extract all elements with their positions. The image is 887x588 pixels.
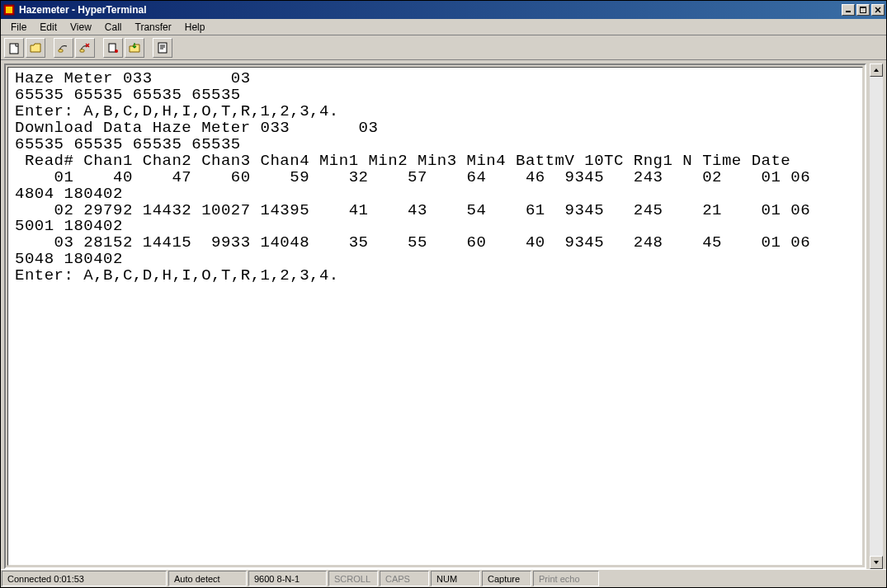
window-title: Hazemeter - HyperTerminal xyxy=(19,4,842,16)
svg-marker-18 xyxy=(874,68,879,72)
open-button[interactable] xyxy=(26,38,45,58)
status-connected: Connected 0:01:53 xyxy=(2,571,167,586)
toolbar-separator xyxy=(146,38,151,58)
toolbar xyxy=(1,35,886,60)
status-print-echo: Print echo xyxy=(533,571,599,586)
scroll-down-button[interactable] xyxy=(870,556,883,569)
status-auto-detect: Auto detect xyxy=(168,571,247,586)
send-button[interactable] xyxy=(103,38,123,58)
menubar: File Edit View Call Transfer Help xyxy=(1,19,886,35)
scroll-up-button[interactable] xyxy=(870,64,883,77)
connect-button[interactable] xyxy=(54,38,73,58)
toolbar-separator xyxy=(47,38,52,58)
vertical-scrollbar[interactable] xyxy=(870,64,883,569)
app-icon xyxy=(2,3,16,16)
terminal-output[interactable]: Haze Meter 033 03 65535 65535 65535 6553… xyxy=(8,68,862,288)
menu-help[interactable]: Help xyxy=(178,20,212,35)
svg-rect-9 xyxy=(80,49,84,52)
titlebar: Hazemeter - HyperTerminal xyxy=(1,1,886,19)
svg-rect-7 xyxy=(10,44,18,54)
svg-rect-1 xyxy=(6,7,12,13)
menu-edit[interactable]: Edit xyxy=(33,20,64,35)
app-window: Hazemeter - HyperTerminal File Edit View… xyxy=(0,0,887,588)
new-connection-button[interactable] xyxy=(4,38,24,58)
svg-rect-14 xyxy=(158,43,167,53)
disconnect-button[interactable] xyxy=(75,38,95,58)
svg-point-13 xyxy=(115,49,118,53)
status-capture: Capture xyxy=(482,571,531,586)
receive-button[interactable] xyxy=(125,38,144,58)
status-scroll: SCROLL xyxy=(328,571,378,586)
status-settings: 9600 8-N-1 xyxy=(248,571,327,586)
svg-rect-8 xyxy=(59,49,63,52)
menu-transfer[interactable]: Transfer xyxy=(129,20,178,35)
status-caps: CAPS xyxy=(380,571,429,586)
menu-view[interactable]: View xyxy=(64,20,98,35)
status-num: NUM xyxy=(431,571,480,586)
svg-rect-12 xyxy=(109,44,116,52)
menu-file[interactable]: File xyxy=(4,20,33,35)
minimize-button[interactable] xyxy=(842,4,855,16)
menu-call[interactable]: Call xyxy=(98,20,129,35)
properties-button[interactable] xyxy=(153,38,172,58)
statusbar: Connected 0:01:53 Auto detect 9600 8-N-1… xyxy=(1,569,886,587)
terminal-container: Haze Meter 033 03 65535 65535 65535 6553… xyxy=(1,60,870,569)
status-filler xyxy=(600,570,886,587)
close-button[interactable] xyxy=(871,4,885,16)
toolbar-separator xyxy=(97,38,101,58)
window-controls xyxy=(842,4,885,16)
maximize-button[interactable] xyxy=(856,4,870,16)
scroll-track[interactable] xyxy=(870,77,883,556)
svg-marker-19 xyxy=(874,561,879,564)
